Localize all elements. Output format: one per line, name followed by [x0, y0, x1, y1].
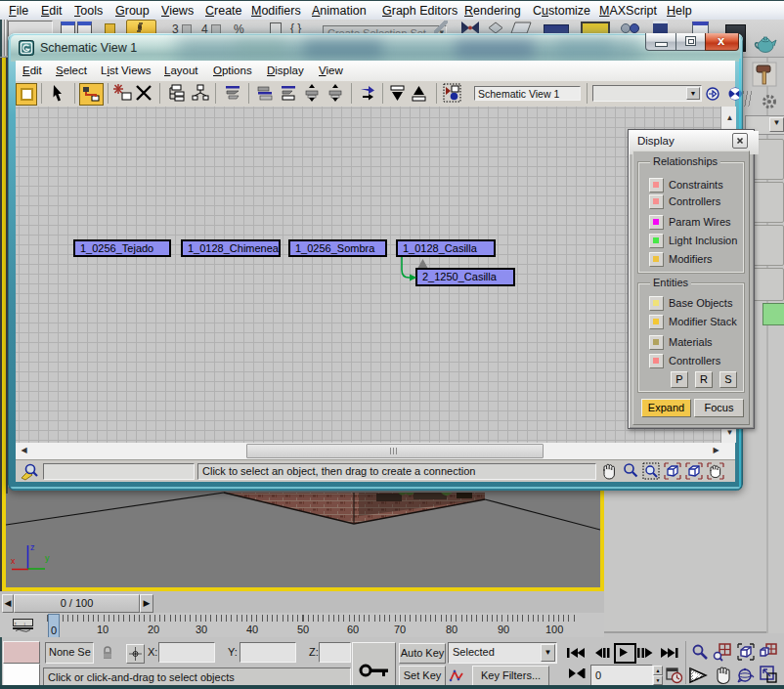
svg-text:y: y	[45, 553, 50, 563]
svg-text:z: z	[30, 542, 35, 552]
svg-text:x: x	[11, 556, 16, 566]
